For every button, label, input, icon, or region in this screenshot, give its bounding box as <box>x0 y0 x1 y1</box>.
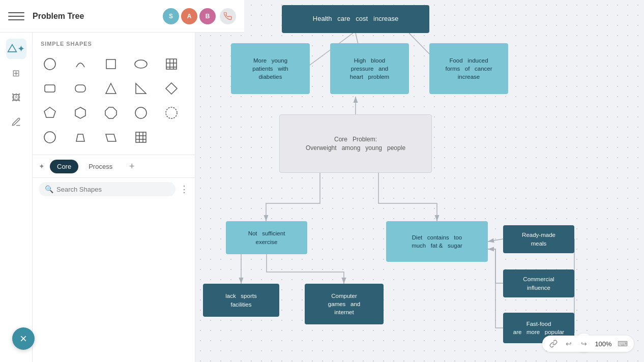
zoom-redo-button[interactable]: ↪ <box>578 338 590 350</box>
trapezoid-shape[interactable] <box>69 126 92 148</box>
tab-add-button[interactable]: + <box>125 159 139 173</box>
svg-marker-22 <box>106 134 116 141</box>
canvas[interactable]: Health care cost increase More youngpati… <box>195 0 644 362</box>
svg-marker-16 <box>75 107 85 118</box>
shapes-icon[interactable]: ✦ <box>6 39 26 59</box>
section-label: SIMPLE SHAPES <box>33 33 195 51</box>
search-input[interactable] <box>56 186 169 193</box>
circle4-shape[interactable] <box>39 126 61 148</box>
search-area: 🔍 ⋮ <box>33 177 195 200</box>
svg-marker-21 <box>76 134 84 141</box>
topbar: Problem Tree S A B <box>0 0 244 33</box>
parallelogram-shape[interactable] <box>100 126 122 148</box>
shapes-panel: SIMPLE SHAPES ✦ Core Process + 🔍 <box>33 33 195 362</box>
node-core-label: Core Problem:Overweight among young peop… <box>306 135 405 153</box>
node-exercise[interactable]: Not sufficientexercise <box>226 221 307 254</box>
zoom-link-button[interactable] <box>547 338 560 350</box>
tab-process[interactable]: Process <box>81 160 120 173</box>
diamond-shape[interactable] <box>160 77 183 100</box>
node-computer[interactable]: Computergames andinternet <box>305 284 384 324</box>
svg-point-18 <box>135 107 147 118</box>
search-icon: 🔍 <box>45 185 53 193</box>
search-input-wrap: 🔍 <box>39 182 175 196</box>
svg-rect-10 <box>45 85 55 92</box>
svg-point-19 <box>166 107 177 118</box>
shapes-grid <box>33 51 195 155</box>
menu-button[interactable] <box>8 8 24 24</box>
svg-point-2 <box>44 58 55 70</box>
svg-marker-0 <box>8 45 17 52</box>
tab-core[interactable]: Core <box>50 160 78 173</box>
left-sidebar: ✦ ⊞ 🖼 <box>0 33 33 362</box>
avatar-2: A <box>181 8 197 24</box>
avatar-3: B <box>199 8 216 24</box>
triangle-shape[interactable] <box>100 77 122 100</box>
call-button[interactable] <box>220 8 236 24</box>
grid2-shape[interactable] <box>130 126 152 148</box>
svg-rect-5 <box>166 59 177 69</box>
svg-line-35 <box>488 239 503 242</box>
hexagon-shape[interactable] <box>69 102 92 124</box>
svg-marker-15 <box>44 107 55 117</box>
node-commercial[interactable]: Commercialinfluence <box>503 269 574 297</box>
svg-rect-3 <box>106 59 115 69</box>
node-sports-facilities[interactable]: lack sportsfacilities <box>203 284 279 317</box>
node-ready-meals[interactable]: Ready-mademeals <box>503 225 574 253</box>
draw-icon[interactable] <box>6 112 26 132</box>
shapes-tabs: ✦ Core Process + <box>33 155 195 177</box>
svg-marker-17 <box>105 107 116 118</box>
fab-close-button[interactable]: × <box>12 327 35 350</box>
node-diet[interactable]: Diet contains toomuch fat & sugar <box>386 221 488 262</box>
zoom-bar: ↩ ↪ 100% ⌨ <box>542 336 634 352</box>
fab-icon: × <box>20 333 27 345</box>
table-shape[interactable] <box>160 53 183 75</box>
circle2-shape[interactable] <box>130 102 152 124</box>
arc-shape[interactable] <box>69 53 92 75</box>
node-core-problem[interactable]: Core Problem:Overweight among young peop… <box>279 114 432 173</box>
svg-marker-12 <box>106 83 116 94</box>
svg-marker-13 <box>136 83 146 94</box>
right-triangle-shape[interactable] <box>130 77 152 100</box>
document-title: Problem Tree <box>33 12 84 21</box>
svg-point-20 <box>44 132 55 143</box>
svg-point-4 <box>135 60 147 68</box>
node-root[interactable]: Health care cost increase <box>282 5 429 33</box>
node-diabetes[interactable]: More youngpatients withdiabeties <box>231 43 310 94</box>
circle3-shape[interactable] <box>160 102 183 124</box>
image-icon[interactable]: 🖼 <box>6 87 26 108</box>
octagon-shape[interactable] <box>100 102 122 124</box>
svg-rect-11 <box>75 85 85 92</box>
rounded-rect2-shape[interactable] <box>69 77 92 100</box>
node-cancer[interactable]: Food inducedforms of cancerincrease <box>429 43 508 94</box>
zoom-value: 100% <box>593 340 613 348</box>
avatar-1: S <box>163 8 179 24</box>
grid-icon[interactable]: ⊞ <box>6 63 26 83</box>
node-bloodpressure[interactable]: High bloodpressure andheart problem <box>330 43 409 94</box>
svg-rect-23 <box>136 132 146 142</box>
zoom-undo-button[interactable]: ↩ <box>563 338 575 350</box>
svg-marker-14 <box>166 83 177 94</box>
zoom-keyboard-button[interactable]: ⌨ <box>617 338 629 350</box>
search-more-button[interactable]: ⋮ <box>180 184 189 195</box>
square-shape[interactable] <box>100 53 122 75</box>
diagram: Health care cost increase More youngpati… <box>195 0 644 362</box>
collaborators: S A B <box>163 8 236 24</box>
rounded-rect-shape[interactable] <box>39 77 61 100</box>
circle-shape[interactable] <box>39 53 61 75</box>
ellipse-shape[interactable] <box>130 53 152 75</box>
tab-icon: ✦ <box>39 162 45 170</box>
pentagon-shape[interactable] <box>39 102 61 124</box>
